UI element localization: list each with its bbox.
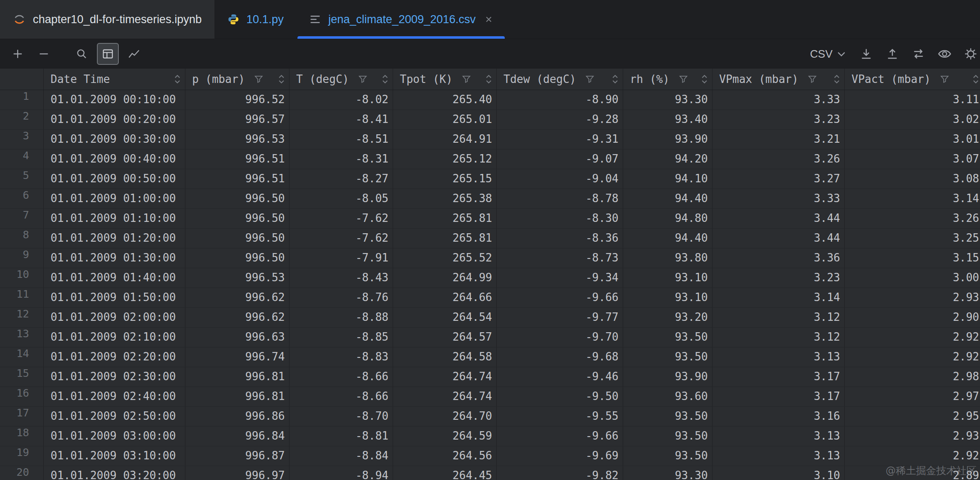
table-cell[interactable]: 265.52: [393, 248, 497, 268]
table-cell[interactable]: 3.23: [712, 268, 845, 288]
row-number[interactable]: 7: [0, 209, 44, 228]
row-number[interactable]: 13: [0, 328, 44, 347]
table-cell[interactable]: 94.10: [623, 169, 712, 189]
table-cell[interactable]: 01.01.2009 00:10:00: [44, 90, 185, 109]
table-cell[interactable]: 996.74: [185, 347, 289, 367]
row-number[interactable]: 12: [0, 308, 44, 327]
table-cell[interactable]: 93.50: [623, 328, 712, 347]
row-number[interactable]: 19: [0, 446, 44, 466]
table-cell[interactable]: 996.52: [185, 90, 289, 109]
table-cell[interactable]: 264.59: [393, 427, 497, 446]
sort-icon[interactable]: [611, 73, 619, 85]
table-cell[interactable]: -7.91: [289, 248, 393, 268]
table-cell[interactable]: 3.25: [845, 229, 980, 248]
table-cell[interactable]: 01.01.2009 00:20:00: [44, 110, 185, 129]
row-number[interactable]: 3: [0, 130, 44, 149]
table-cell[interactable]: 01.01.2009 03:20:00: [44, 466, 185, 480]
sort-icon[interactable]: [972, 73, 980, 85]
table-cell[interactable]: -9.77: [497, 308, 623, 327]
column-header[interactable]: rh (%): [623, 69, 712, 90]
table-cell[interactable]: 996.97: [185, 466, 289, 480]
table-cell[interactable]: 2.89: [845, 466, 980, 480]
table-cell[interactable]: 3.44: [712, 209, 845, 228]
table-cell[interactable]: 2.92: [845, 347, 980, 367]
table-cell[interactable]: 264.74: [393, 387, 497, 406]
filter-icon[interactable]: [679, 75, 688, 84]
table-cell[interactable]: 93.80: [623, 248, 712, 268]
table-cell[interactable]: 3.10: [712, 466, 845, 480]
table-cell[interactable]: 93.20: [623, 308, 712, 327]
row-number[interactable]: 16: [0, 387, 44, 406]
table-cell[interactable]: -8.76: [289, 288, 393, 307]
table-cell[interactable]: 265.38: [393, 189, 497, 208]
row-number[interactable]: 20: [0, 466, 44, 480]
table-cell[interactable]: 3.12: [712, 328, 845, 347]
table-cell[interactable]: 93.10: [623, 288, 712, 307]
add-row-button[interactable]: [7, 43, 29, 65]
table-cell[interactable]: 3.01: [845, 130, 980, 149]
table-cell[interactable]: 264.57: [393, 328, 497, 347]
table-cell[interactable]: 01.01.2009 02:40:00: [44, 387, 185, 406]
table-cell[interactable]: -8.43: [289, 268, 393, 288]
table-cell[interactable]: 265.15: [393, 169, 497, 189]
table-cell[interactable]: 996.81: [185, 367, 289, 387]
table-cell[interactable]: 01.01.2009 01:50:00: [44, 288, 185, 307]
table-cell[interactable]: 01.01.2009 00:30:00: [44, 130, 185, 149]
table-cell[interactable]: 264.66: [393, 288, 497, 307]
row-number[interactable]: 9: [0, 248, 44, 268]
table-cell[interactable]: 3.00: [845, 268, 980, 288]
table-cell[interactable]: 94.40: [623, 189, 712, 208]
table-cell[interactable]: 2.93: [845, 427, 980, 446]
table-cell[interactable]: -8.31: [289, 149, 393, 169]
close-icon[interactable]: [484, 15, 493, 24]
table-cell[interactable]: -8.27: [289, 169, 393, 189]
table-cell[interactable]: 01.01.2009 01:40:00: [44, 268, 185, 288]
table-cell[interactable]: 265.12: [393, 149, 497, 169]
row-number[interactable]: 8: [0, 229, 44, 248]
table-cell[interactable]: 265.40: [393, 90, 497, 109]
table-cell[interactable]: 3.14: [845, 189, 980, 208]
table-cell[interactable]: 3.27: [712, 169, 845, 189]
table-cell[interactable]: 3.33: [712, 90, 845, 109]
table-cell[interactable]: -9.28: [497, 110, 623, 129]
table-cell[interactable]: -9.82: [497, 466, 623, 480]
table-cell[interactable]: 996.84: [185, 427, 289, 446]
table-cell[interactable]: -9.66: [497, 427, 623, 446]
table-cell[interactable]: 265.81: [393, 209, 497, 228]
row-number[interactable]: 18: [0, 427, 44, 446]
table-cell[interactable]: -9.68: [497, 347, 623, 367]
table-cell[interactable]: 3.36: [712, 248, 845, 268]
row-number[interactable]: 17: [0, 407, 44, 426]
table-cell[interactable]: 01.01.2009 03:00:00: [44, 427, 185, 446]
table-cell[interactable]: 996.62: [185, 288, 289, 307]
row-number[interactable]: 14: [0, 347, 44, 367]
table-cell[interactable]: 264.74: [393, 367, 497, 387]
sort-icon[interactable]: [381, 73, 389, 85]
table-cell[interactable]: -8.66: [289, 367, 393, 387]
table-cell[interactable]: 01.01.2009 02:50:00: [44, 407, 185, 426]
table-cell[interactable]: -9.69: [497, 446, 623, 466]
table-cell[interactable]: -8.88: [289, 308, 393, 327]
table-view-button[interactable]: [97, 43, 119, 65]
table-cell[interactable]: 3.08: [845, 169, 980, 189]
table-cell[interactable]: -8.83: [289, 347, 393, 367]
table-cell[interactable]: 93.10: [623, 268, 712, 288]
table-cell[interactable]: 93.50: [623, 347, 712, 367]
filter-icon[interactable]: [462, 75, 471, 84]
column-header[interactable]: VPact (mbar): [845, 69, 980, 90]
row-number[interactable]: 6: [0, 189, 44, 208]
filter-icon[interactable]: [808, 75, 817, 84]
table-cell[interactable]: -9.07: [497, 149, 623, 169]
column-header[interactable]: Tpot (K): [393, 69, 497, 90]
tab-csv-file[interactable]: jena_climate_2009_2016.csv: [296, 0, 506, 39]
tab-notebook[interactable]: chapter10_dl-for-timeseries.ipynb: [0, 0, 214, 39]
table-cell[interactable]: -9.50: [497, 387, 623, 406]
table-cell[interactable]: 996.57: [185, 110, 289, 129]
table-cell[interactable]: 264.56: [393, 446, 497, 466]
table-cell[interactable]: 3.17: [712, 387, 845, 406]
table-cell[interactable]: -8.51: [289, 130, 393, 149]
sort-icon[interactable]: [277, 73, 286, 85]
table-cell[interactable]: 3.13: [712, 446, 845, 466]
table-cell[interactable]: -9.34: [497, 268, 623, 288]
table-cell[interactable]: 93.60: [623, 387, 712, 406]
